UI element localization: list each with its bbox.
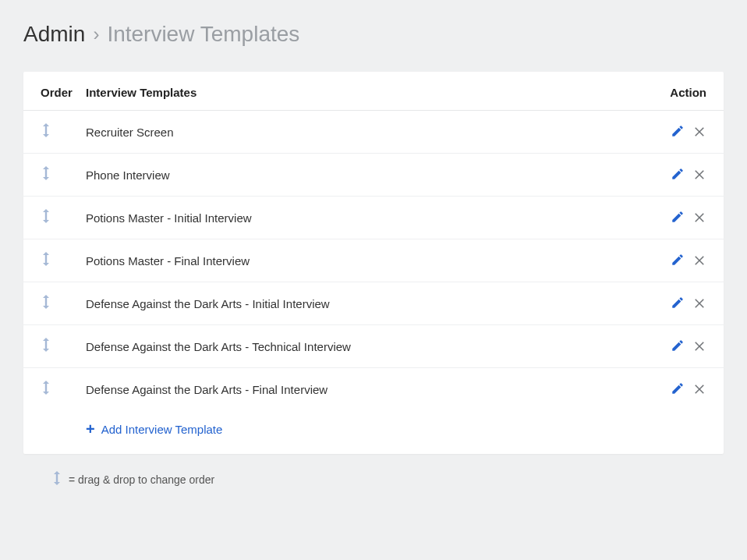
table-row: Phone Interview <box>23 154 724 197</box>
add-interview-template-button[interactable]: + Add Interview Template <box>86 421 222 437</box>
close-icon <box>692 167 706 183</box>
delete-button[interactable] <box>692 124 706 140</box>
drag-handle[interactable] <box>41 295 86 312</box>
legend: = drag & drop to change order <box>23 454 724 487</box>
delete-button[interactable] <box>692 338 706 355</box>
table-row: Recruiter Screen <box>23 111 724 154</box>
pencil-icon <box>671 381 685 398</box>
breadcrumb-root[interactable]: Admin <box>23 22 85 47</box>
row-actions <box>652 338 706 355</box>
header-action: Action <box>652 86 706 99</box>
pencil-icon <box>671 210 685 226</box>
edit-button[interactable] <box>671 253 685 269</box>
template-name: Defense Against the Dark Arts - Final In… <box>86 383 652 396</box>
row-actions <box>652 124 706 140</box>
delete-button[interactable] <box>692 210 706 226</box>
drag-handle-icon <box>41 123 51 140</box>
row-actions <box>652 210 706 226</box>
row-actions <box>652 253 706 269</box>
drag-handle-icon <box>41 209 51 226</box>
table-header: Order Interview Templates Action <box>23 72 724 111</box>
template-name: Potions Master - Final Interview <box>86 254 652 268</box>
templates-card: Order Interview Templates Action Recruit… <box>23 72 724 454</box>
close-icon <box>692 381 706 398</box>
table-row: Potions Master - Initial Interview <box>23 197 724 239</box>
pencil-icon <box>671 124 685 140</box>
drag-handle[interactable] <box>41 123 86 140</box>
breadcrumb-current: Interview Templates <box>107 22 299 47</box>
drag-handle-icon <box>41 381 51 398</box>
add-button-label: Add Interview Template <box>101 423 223 436</box>
chevron-right-icon: › <box>93 23 99 45</box>
template-name: Defense Against the Dark Arts - Initial … <box>86 297 652 310</box>
table-row: Defense Against the Dark Arts - Technica… <box>23 325 724 368</box>
edit-button[interactable] <box>671 296 685 312</box>
plus-icon: + <box>86 421 95 437</box>
drag-handle-icon <box>51 471 62 487</box>
template-name: Recruiter Screen <box>86 126 652 139</box>
edit-button[interactable] <box>671 124 685 140</box>
drag-handle-icon <box>41 166 51 183</box>
pencil-icon <box>671 296 685 312</box>
close-icon <box>692 253 706 269</box>
header-name: Interview Templates <box>86 86 652 99</box>
edit-button[interactable] <box>671 338 685 355</box>
drag-handle[interactable] <box>41 252 86 269</box>
table-row: Potions Master - Final Interview <box>23 239 724 282</box>
close-icon <box>692 210 706 226</box>
template-name: Potions Master - Initial Interview <box>86 211 652 225</box>
delete-button[interactable] <box>692 296 706 312</box>
table-row: Defense Against the Dark Arts - Final In… <box>23 368 724 410</box>
drag-handle[interactable] <box>41 166 86 183</box>
templates-table: Order Interview Templates Action Recruit… <box>23 72 724 454</box>
pencil-icon <box>671 253 685 269</box>
add-row: + Add Interview Template <box>23 410 724 454</box>
delete-button[interactable] <box>692 381 706 398</box>
drag-handle-icon <box>41 338 51 355</box>
pencil-icon <box>671 167 685 183</box>
close-icon <box>692 338 706 355</box>
drag-handle[interactable] <box>41 381 86 398</box>
template-name: Phone Interview <box>86 168 652 182</box>
close-icon <box>692 296 706 312</box>
drag-handle-icon <box>41 252 51 269</box>
row-actions <box>652 381 706 398</box>
edit-button[interactable] <box>671 167 685 183</box>
edit-button[interactable] <box>671 210 685 226</box>
delete-button[interactable] <box>692 253 706 269</box>
header-order: Order <box>41 86 86 99</box>
drag-handle[interactable] <box>41 338 86 355</box>
breadcrumb: Admin › Interview Templates <box>23 22 724 47</box>
template-name: Defense Against the Dark Arts - Technica… <box>86 340 652 353</box>
delete-button[interactable] <box>692 167 706 183</box>
close-icon <box>692 124 706 140</box>
drag-handle-icon <box>41 295 51 312</box>
edit-button[interactable] <box>671 381 685 398</box>
pencil-icon <box>671 338 685 355</box>
legend-text: = drag & drop to change order <box>69 473 214 486</box>
drag-handle[interactable] <box>41 209 86 226</box>
table-row: Defense Against the Dark Arts - Initial … <box>23 282 724 325</box>
row-actions <box>652 296 706 312</box>
row-actions <box>652 167 706 183</box>
